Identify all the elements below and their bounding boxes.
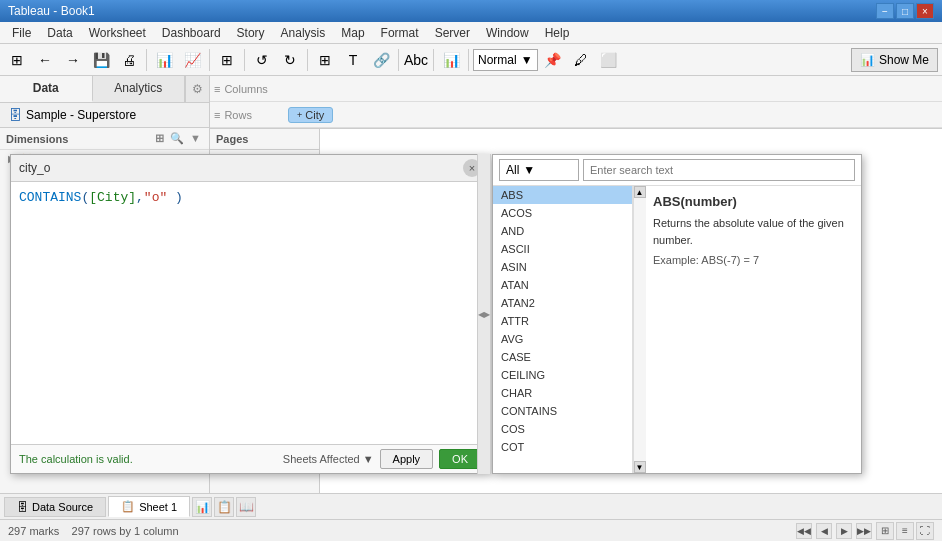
- toolbar-forward-btn[interactable]: →: [60, 48, 86, 72]
- dim-add-btn[interactable]: ▼: [188, 131, 203, 146]
- toolbar-refresh2-btn[interactable]: ↻: [277, 48, 303, 72]
- func-item-atan[interactable]: ATAN: [493, 276, 632, 294]
- tab-sheet1[interactable]: 📋 Sheet 1: [108, 496, 190, 517]
- toolbar-marks-btn[interactable]: 📊: [438, 48, 464, 72]
- toolbar-refresh-btn[interactable]: ↺: [249, 48, 275, 72]
- calc-apply-btn[interactable]: Apply: [380, 449, 434, 469]
- menu-story[interactable]: Story: [229, 24, 273, 42]
- add-sheet-btn[interactable]: 📊: [192, 497, 212, 517]
- func-item-char[interactable]: CHAR: [493, 384, 632, 402]
- tab-data[interactable]: Data: [0, 76, 93, 102]
- add-dashboard-icon: 📋: [217, 500, 232, 514]
- sheets-affected[interactable]: Sheets Affected ▼: [283, 453, 374, 465]
- menu-dashboard[interactable]: Dashboard: [154, 24, 229, 42]
- toolbar-label-btn[interactable]: T: [340, 48, 366, 72]
- toolbar-link-btn[interactable]: 🔗: [368, 48, 394, 72]
- func-category-select[interactable]: All ▼: [499, 159, 579, 181]
- func-item-and[interactable]: AND: [493, 222, 632, 240]
- toolbar-chart-btn[interactable]: 📊: [151, 48, 177, 72]
- view-list-btn[interactable]: ≡: [896, 522, 914, 540]
- calc-formula-area[interactable]: CONTAINS([City],"o" ): [11, 182, 489, 444]
- func-desc-text: Returns the absolute value of the given …: [653, 215, 853, 248]
- app-title: Tableau - Book1: [8, 4, 95, 18]
- dimensions-label: Dimensions: [6, 133, 68, 145]
- toolbar-tooltip-btn[interactable]: ⬜: [596, 48, 622, 72]
- func-panel[interactable]: All ▼ ABS ACOS AND ASCII ASIN ATAN ATAN2…: [492, 154, 862, 474]
- status-bar: 297 marks 297 rows by 1 column ◀◀ ◀ ▶ ▶▶…: [0, 519, 942, 541]
- rows-cols: 297 rows by 1 column: [72, 525, 179, 537]
- func-item-abs[interactable]: ABS: [493, 186, 632, 204]
- func-item-ceiling[interactable]: CEILING: [493, 366, 632, 384]
- toolbar-back-btn[interactable]: ←: [32, 48, 58, 72]
- menu-help[interactable]: Help: [537, 24, 578, 42]
- view-full-btn[interactable]: ⛶: [916, 522, 934, 540]
- calc-ok-btn[interactable]: OK: [439, 449, 481, 469]
- toolbar-text-btn[interactable]: Abc: [403, 48, 429, 72]
- func-filter-row: All ▼: [493, 155, 861, 186]
- status-back-btn[interactable]: ◀: [816, 523, 832, 539]
- toolbar-home-btn[interactable]: ⊞: [4, 48, 30, 72]
- formula-field: [City]: [89, 190, 136, 205]
- calc-modal[interactable]: city_o × CONTAINS([City],"o" ) The calcu…: [10, 154, 490, 474]
- func-item-case[interactable]: CASE: [493, 348, 632, 366]
- toolbar-table-btn[interactable]: ⊞: [214, 48, 240, 72]
- status-fwd-btn[interactable]: ▶: [836, 523, 852, 539]
- toolbar-sep-6: [433, 49, 434, 71]
- minimize-button[interactable]: −: [876, 3, 894, 19]
- data-source-item[interactable]: 🗄 Sample - Superstore: [0, 103, 209, 128]
- toolbar-print-btn[interactable]: 🖨: [116, 48, 142, 72]
- func-item-cos[interactable]: COS: [493, 420, 632, 438]
- add-story-icon: 📖: [239, 500, 254, 514]
- func-item-avg[interactable]: AVG: [493, 330, 632, 348]
- panel-settings-btn[interactable]: ⚙: [185, 76, 209, 102]
- tab-analytics[interactable]: Analytics: [93, 76, 186, 102]
- func-item-acos[interactable]: ACOS: [493, 204, 632, 222]
- toolbar: ⊞ ← → 💾 🖨 📊 📈 ⊞ ↺ ↻ ⊞ T 🔗 Abc 📊 Normal ▼…: [0, 44, 942, 76]
- rows-content[interactable]: + City: [288, 107, 938, 123]
- menu-worksheet[interactable]: Worksheet: [81, 24, 154, 42]
- datasource-tab-label: Data Source: [32, 501, 93, 513]
- menu-map[interactable]: Map: [333, 24, 372, 42]
- sheet1-tab-icon: 📋: [121, 500, 135, 513]
- status-prev-btn[interactable]: ◀◀: [796, 523, 812, 539]
- menu-format[interactable]: Format: [373, 24, 427, 42]
- func-item-cot[interactable]: COT: [493, 438, 632, 456]
- tab-data-source[interactable]: 🗄 Data Source: [4, 497, 106, 517]
- menu-data[interactable]: Data: [39, 24, 80, 42]
- mark-type-select[interactable]: Normal ▼: [473, 49, 538, 71]
- func-search-input[interactable]: [583, 159, 855, 181]
- view-normal-btn[interactable]: ⊞: [876, 522, 894, 540]
- menu-bar: File Data Worksheet Dashboard Story Anal…: [0, 22, 942, 44]
- toolbar-paint-btn[interactable]: 🖊: [568, 48, 594, 72]
- menu-window[interactable]: Window: [478, 24, 537, 42]
- dim-grid-btn[interactable]: ⊞: [153, 131, 166, 146]
- status-last-btn[interactable]: ▶▶: [856, 523, 872, 539]
- func-item-contains[interactable]: CONTAINS: [493, 402, 632, 420]
- toolbar-pin-btn[interactable]: 📌: [540, 48, 566, 72]
- modal-resizer[interactable]: [477, 154, 491, 474]
- menu-analysis[interactable]: Analysis: [273, 24, 334, 42]
- close-button[interactable]: ×: [916, 3, 934, 19]
- maximize-button[interactable]: □: [896, 3, 914, 19]
- func-item-asin[interactable]: ASIN: [493, 258, 632, 276]
- func-item-atan2[interactable]: ATAN2: [493, 294, 632, 312]
- toolbar-group-btn[interactable]: ⊞: [312, 48, 338, 72]
- mark-type-chevron: ▼: [521, 53, 533, 67]
- menu-server[interactable]: Server: [427, 24, 478, 42]
- dim-search-btn[interactable]: 🔍: [168, 131, 186, 146]
- toolbar-save-btn[interactable]: 💾: [88, 48, 114, 72]
- toolbar-chart2-btn[interactable]: 📈: [179, 48, 205, 72]
- shelves: ≡ Columns ≡ Rows + City: [210, 76, 942, 129]
- show-me-button[interactable]: 📊 Show Me: [851, 48, 938, 72]
- func-item-attr[interactable]: ATTR: [493, 312, 632, 330]
- menu-file[interactable]: File: [4, 24, 39, 42]
- add-story-btn[interactable]: 📖: [236, 497, 256, 517]
- func-item-ascii[interactable]: ASCII: [493, 240, 632, 258]
- window-controls: − □ ×: [876, 3, 934, 19]
- city-pill[interactable]: + City: [288, 107, 333, 123]
- scroll-track[interactable]: [634, 198, 646, 461]
- add-dashboard-btn[interactable]: 📋: [214, 497, 234, 517]
- scroll-down-btn[interactable]: ▼: [634, 461, 646, 473]
- scroll-up-btn[interactable]: ▲: [634, 186, 646, 198]
- add-sheet-icon: 📊: [195, 500, 210, 514]
